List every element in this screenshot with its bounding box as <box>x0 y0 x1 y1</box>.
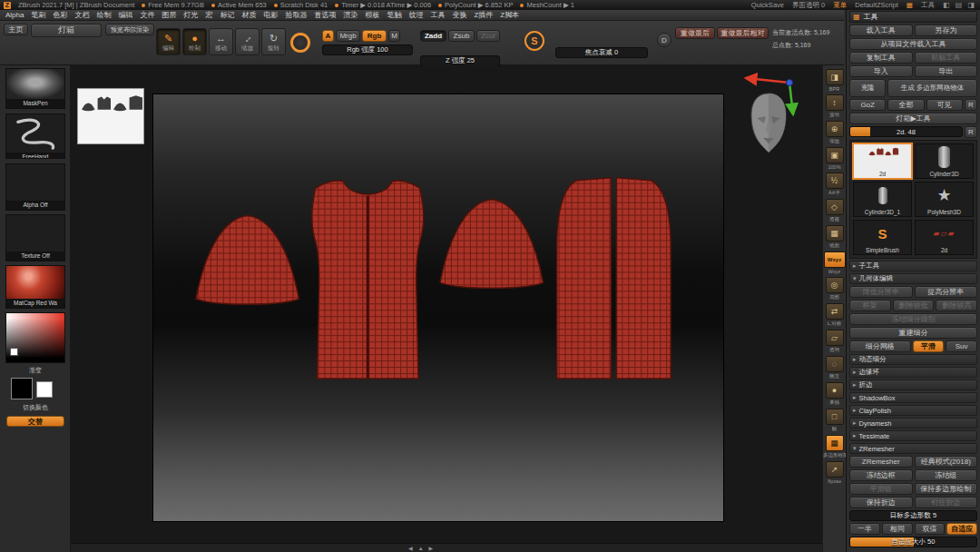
color-picker[interactable] <box>5 312 65 363</box>
tool-palette-header[interactable]: ▦ 工具 <box>849 11 977 23</box>
cage-button[interactable]: 框架 <box>849 300 891 311</box>
higher-res-button[interactable]: 提高分辨率 <box>915 286 978 298</box>
color-picker-cursor[interactable] <box>10 348 18 356</box>
replay-last-button[interactable]: 重做最后 <box>675 27 715 39</box>
rgb-toggle[interactable]: Rgb <box>362 30 387 42</box>
claypolish-section-header[interactable]: ▸ClayPolish <box>849 405 977 416</box>
tool-thumb-polymesh3d[interactable]: ★ PolyMesh3D <box>915 182 974 217</box>
preview-boolean-button[interactable]: 预览布尔渲染 <box>105 24 154 35</box>
menu-transform[interactable]: 变换 <box>452 10 466 20</box>
geometry-section-header[interactable]: ▾ 几何体编辑 <box>849 273 977 284</box>
swap-color-button[interactable]: 交替 <box>6 416 64 427</box>
document-preview-thumbnail[interactable] <box>77 88 144 144</box>
goz-all-button[interactable]: 全部 <box>887 99 924 111</box>
edgeloop-section-header[interactable]: ▸边缘环 <box>849 367 977 378</box>
edit-mode-button[interactable]: ✎ 编辑 <box>156 28 181 55</box>
divide-button[interactable]: 细分网格 <box>849 340 911 352</box>
tool-slider-r-button[interactable]: R <box>965 126 977 138</box>
copy-tool-button[interactable]: 复制工具 <box>849 52 913 64</box>
shelf-frame-button[interactable]: □帧 <box>826 409 844 432</box>
sleeve-piece-right[interactable] <box>440 200 544 289</box>
anchor-a-toggle[interactable]: A <box>322 30 334 42</box>
lightbox-tool-button[interactable]: 灯箱▶工具 <box>849 113 977 124</box>
adaptive-size-slider[interactable]: 自适应大小 50 <box>849 537 977 547</box>
target-polycount-slider[interactable]: 目标多边形数 5 <box>849 510 977 521</box>
shelf-aahalf-button[interactable]: ½AA半 <box>826 172 844 196</box>
export-button[interactable]: 导出 <box>915 65 978 77</box>
menu-document[interactable]: 文档 <box>74 10 89 20</box>
save-as-button[interactable]: 另存为 <box>915 25 978 36</box>
menu-tool[interactable]: 工具 <box>430 10 445 20</box>
load-from-project-button[interactable]: 从项目文件载入工具 <box>849 38 977 50</box>
paste-tool-button[interactable]: 粘贴工具 <box>915 52 978 64</box>
menu-draw[interactable]: 绘制 <box>96 10 111 20</box>
menu-layer[interactable]: 图层 <box>162 10 176 20</box>
shelf-actual-size-button[interactable]: ▣100% <box>826 147 844 170</box>
menu-stencil[interactable]: 模板 <box>365 10 379 20</box>
shelf-transp-button[interactable]: ▱透明 <box>826 330 844 353</box>
lower-res-button[interactable]: 降低分辨率 <box>849 286 913 298</box>
texture-selector[interactable]: Texture Off <box>5 214 65 261</box>
shelf-xpose-button[interactable]: ↗Xpose <box>826 461 844 484</box>
menu-light[interactable]: 灯光 <box>183 10 198 20</box>
keep-creases-toggle[interactable]: 保持折边 <box>849 497 913 508</box>
menu-marker[interactable]: 标记 <box>220 10 234 20</box>
goz-r-button[interactable]: R <box>965 99 977 111</box>
shelf-bpr-button[interactable]: ◨BPR <box>826 69 844 92</box>
move-mode-button[interactable]: ↔ 移动 <box>209 28 233 55</box>
make-polymesh3d-button[interactable]: 生成 多边形网格物体 <box>887 79 977 97</box>
sculptris-pro-toggle[interactable]: S <box>524 31 544 51</box>
menu-toggle-button[interactable]: 菜单 <box>833 1 847 10</box>
draw-mode-button[interactable]: ● 绘制 <box>182 28 207 55</box>
shadowbox-section-header[interactable]: ▸ShadowBox <box>849 392 977 403</box>
freeze-groups-toggle[interactable]: 冻结组 <box>915 469 978 481</box>
menu-picker[interactable]: 拾取器 <box>285 10 307 20</box>
pin-creases-toggle[interactable]: 钉住折边 <box>915 497 978 508</box>
zremesher-legacy-button[interactable]: 经典模式(2018) <box>915 456 978 468</box>
back-bodice-right-panel[interactable] <box>616 178 671 379</box>
mrgb-toggle[interactable]: Mrgb <box>336 30 360 42</box>
main-color-swatch[interactable] <box>11 378 33 399</box>
tool-thumb-cylinder3d-1[interactable]: Cylinder3D_1 <box>853 182 912 217</box>
shelf-scroll-button[interactable]: ↕滚动 <box>826 94 844 118</box>
menu-movie[interactable]: 电影 <box>263 10 278 20</box>
home-button[interactable]: 主页 <box>4 24 28 35</box>
load-tool-button[interactable]: 载入工具 <box>849 25 913 36</box>
scroll-right-icon[interactable]: ▶ <box>429 545 434 551</box>
shelf-floor-button[interactable]: ▦地面 <box>826 225 844 249</box>
tool-item-slider[interactable]: 2d. 48 <box>849 126 963 137</box>
interface-opacity-slider[interactable]: 界面透明 0 <box>792 1 825 10</box>
alpha-selector[interactable]: Alpha Off <box>5 163 65 211</box>
brush-selector[interactable]: MaskPen <box>5 68 65 109</box>
menu-alpha[interactable]: Alpha <box>5 11 24 19</box>
camview-head[interactable] <box>746 91 791 156</box>
same-button[interactable]: 相同 <box>882 523 913 535</box>
shelf-lsym-button[interactable]: ⇄L.对称 <box>826 303 844 327</box>
tool-thumb-2d-small[interactable]: ▰▱▰ 2d <box>915 220 974 255</box>
menu-macro[interactable]: 宏 <box>205 10 212 20</box>
focal-shift-slider[interactable]: 焦点衰减 0 <box>555 47 648 58</box>
half-button[interactable]: 一半 <box>849 523 880 535</box>
zadd-toggle[interactable]: Zadd <box>420 30 446 42</box>
shelf-solo-button[interactable]: ●单独 <box>826 382 844 406</box>
replay-last-rel-button[interactable]: 重做最后相对 <box>717 27 769 39</box>
garment-mesh-canvas[interactable] <box>153 94 723 522</box>
zremesher-section-header[interactable]: ▾ ZRemesher <box>849 443 977 454</box>
shelf-persp-button[interactable]: ◇透视 <box>826 199 844 222</box>
zsub-toggle[interactable]: Zsub <box>448 30 475 42</box>
shelf-polyframe-button[interactable]: ▦多边形框架 <box>823 435 846 458</box>
suv-toggle[interactable]: Suv <box>946 340 977 352</box>
clone-button[interactable]: 克隆 <box>849 79 886 97</box>
menu-edit[interactable]: 编辑 <box>118 10 132 20</box>
double-button[interactable]: 双倍 <box>915 523 946 535</box>
subtool-section-header[interactable]: ▸ 子工具 <box>849 261 977 271</box>
smooth-groups-toggle[interactable]: 平滑组 <box>849 483 913 495</box>
tessimate-section-header[interactable]: ▸Tessimate <box>849 430 977 441</box>
menu-zplugin[interactable]: Z插件 <box>474 10 493 20</box>
freeze-subdiv-button[interactable]: 冻结细分级别 <box>849 313 977 325</box>
menu-preferences[interactable]: 首选项 <box>314 10 336 20</box>
canvas-scroll-bar[interactable]: ◀ ▲ ▶ <box>71 543 822 552</box>
scroll-up-icon[interactable]: ▲ <box>418 546 424 551</box>
secondary-color-swatch[interactable] <box>36 381 53 398</box>
rotate-mode-button[interactable]: ↻ 旋转 <box>261 28 286 55</box>
